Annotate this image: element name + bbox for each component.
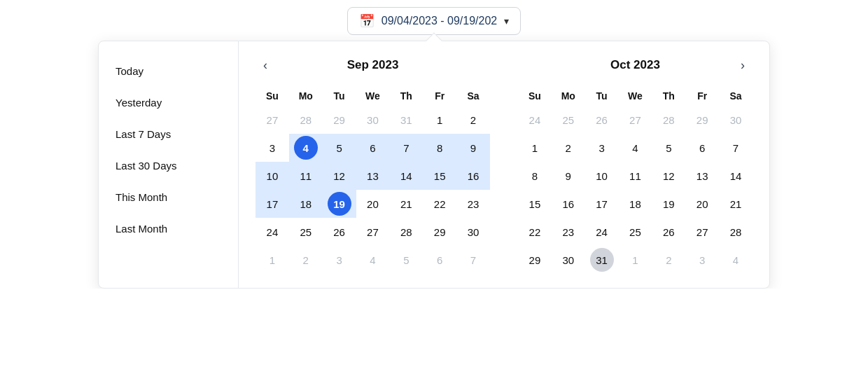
calendar-day[interactable]: 4 — [719, 246, 752, 274]
calendar-day[interactable]: 3 — [255, 134, 289, 162]
calendar-day[interactable]: 29 — [518, 246, 552, 274]
calendar-day[interactable]: 27 — [356, 218, 390, 246]
calendar-day[interactable]: 21 — [719, 190, 752, 218]
calendar-day[interactable]: 5 — [652, 134, 685, 162]
calendar-day[interactable]: 30 — [456, 218, 490, 246]
sidebar-item-this-month[interactable]: This Month — [99, 181, 238, 213]
calendar-day[interactable]: 24 — [585, 218, 619, 246]
calendar-day[interactable]: 16 — [552, 190, 585, 218]
calendar-day[interactable]: 4 — [289, 134, 323, 162]
day-inner: 2 — [461, 108, 485, 132]
calendar-day[interactable]: 26 — [585, 106, 619, 134]
calendar-day[interactable]: 22 — [423, 190, 456, 218]
calendar-day[interactable]: 26 — [652, 218, 685, 246]
calendar-day[interactable]: 25 — [619, 218, 652, 246]
calendar-day[interactable]: 20 — [356, 190, 390, 218]
calendar-day[interactable]: 19 — [652, 190, 685, 218]
calendar-day[interactable]: 7 — [389, 134, 423, 162]
calendar-day[interactable]: 6 — [423, 246, 456, 274]
calendar-day[interactable]: 2 — [456, 106, 490, 134]
sidebar-item-last-30-days[interactable]: Last 30 Days — [99, 150, 238, 181]
calendar-day[interactable]: 13 — [356, 162, 390, 190]
calendar-day[interactable]: 8 — [423, 134, 456, 162]
calendar-day[interactable]: 2 — [552, 134, 585, 162]
calendar-day[interactable]: 30 — [719, 106, 752, 134]
calendar-day[interactable]: 23 — [456, 190, 490, 218]
calendar-day[interactable]: 18 — [619, 190, 652, 218]
calendar-day[interactable]: 1 — [423, 106, 456, 134]
calendar-day[interactable]: 18 — [289, 190, 323, 218]
calendar-day[interactable]: 30 — [356, 106, 390, 134]
calendar-day[interactable]: 13 — [685, 162, 719, 190]
calendar-day[interactable]: 7 — [719, 134, 752, 162]
day-inner: 27 — [360, 220, 384, 244]
calendar-day[interactable]: 1 — [619, 246, 652, 274]
calendar-day[interactable]: 5 — [323, 134, 356, 162]
calendar-day[interactable]: 9 — [456, 134, 490, 162]
calendar-day[interactable]: 8 — [518, 162, 552, 190]
calendar-day[interactable]: 28 — [389, 218, 423, 246]
calendar-day[interactable]: 3 — [685, 246, 719, 274]
calendar-day[interactable]: 27 — [685, 218, 719, 246]
calendar-day[interactable]: 29 — [323, 106, 356, 134]
calendar-day[interactable]: 15 — [518, 190, 552, 218]
calendar-day[interactable]: 25 — [289, 218, 323, 246]
calendar-day[interactable]: 4 — [619, 134, 652, 162]
calendar-day[interactable]: 1 — [518, 134, 552, 162]
calendar-day[interactable]: 25 — [552, 106, 585, 134]
calendar-day[interactable]: 10 — [585, 162, 619, 190]
calendar-day[interactable]: 12 — [652, 162, 685, 190]
day-inner: 7 — [724, 136, 748, 160]
day-inner: 14 — [724, 164, 748, 188]
calendar-day[interactable]: 15 — [423, 162, 456, 190]
prev-month-button[interactable]: ‹ — [255, 55, 275, 75]
calendar-day[interactable]: 11 — [619, 162, 652, 190]
date-range-trigger[interactable]: 📅 09/04/2023 - 09/19/202 ▾ — [347, 7, 521, 35]
calendar-day[interactable]: 6 — [356, 134, 390, 162]
day-inner: 13 — [690, 164, 714, 188]
calendar-day[interactable]: 21 — [389, 190, 423, 218]
calendar-day[interactable]: 16 — [456, 162, 490, 190]
next-month-button[interactable]: › — [733, 55, 752, 75]
calendar-day[interactable]: 31 — [585, 246, 619, 274]
sidebar-item-today[interactable]: Today — [99, 55, 238, 87]
sidebar-item-last-month[interactable]: Last Month — [99, 213, 238, 244]
calendar-day[interactable]: 19 — [323, 190, 356, 218]
calendar-day[interactable]: 30 — [552, 246, 585, 274]
sidebar-item-last-7-days[interactable]: Last 7 Days — [99, 118, 238, 150]
calendar-day[interactable]: 7 — [456, 246, 490, 274]
sidebar-item-yesterday[interactable]: Yesterday — [99, 87, 238, 118]
calendar-day[interactable]: 17 — [585, 190, 619, 218]
calendar-day[interactable]: 22 — [518, 218, 552, 246]
calendar-day[interactable]: 12 — [323, 162, 356, 190]
calendar-day[interactable]: 2 — [289, 246, 323, 274]
calendar-day[interactable]: 20 — [685, 190, 719, 218]
calendar-day[interactable]: 4 — [356, 246, 390, 274]
calendar-day[interactable]: 27 — [255, 106, 289, 134]
calendar-day[interactable]: 27 — [619, 106, 652, 134]
calendar-day[interactable]: 11 — [289, 162, 323, 190]
calendar-day[interactable]: 29 — [685, 106, 719, 134]
calendar-day[interactable]: 14 — [389, 162, 423, 190]
calendar-day[interactable]: 6 — [685, 134, 719, 162]
calendar-day[interactable]: 9 — [552, 162, 585, 190]
calendar-day[interactable]: 1 — [255, 246, 289, 274]
calendar-day[interactable]: 28 — [719, 218, 752, 246]
calendar-day[interactable]: 28 — [652, 106, 685, 134]
calendar-day[interactable]: 14 — [719, 162, 752, 190]
calendar-day[interactable]: 10 — [255, 162, 289, 190]
calendar-day[interactable]: 3 — [323, 246, 356, 274]
calendar-day[interactable]: 29 — [423, 218, 456, 246]
calendar-day[interactable]: 5 — [389, 246, 423, 274]
calendar-day[interactable]: 2 — [652, 246, 685, 274]
calendar-day[interactable]: 31 — [389, 106, 423, 134]
day-inner: 11 — [623, 164, 647, 188]
calendar-day[interactable]: 24 — [255, 218, 289, 246]
calendar-1: Oct 2023›SuMoTuWeThFrSa24252627282930123… — [518, 55, 752, 274]
calendar-day[interactable]: 24 — [518, 106, 552, 134]
calendar-day[interactable]: 3 — [585, 134, 619, 162]
calendar-day[interactable]: 23 — [552, 218, 585, 246]
calendar-day[interactable]: 17 — [255, 190, 289, 218]
calendar-day[interactable]: 28 — [289, 106, 323, 134]
calendar-day[interactable]: 26 — [323, 218, 356, 246]
